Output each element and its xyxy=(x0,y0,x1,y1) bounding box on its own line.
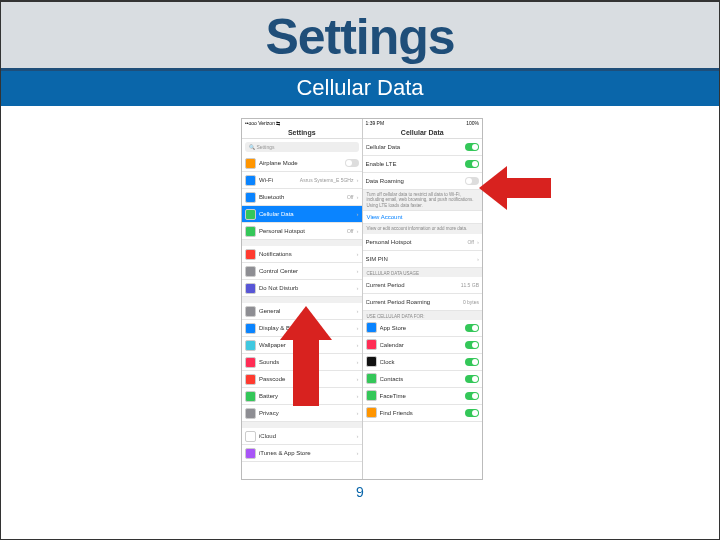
toggle-switch[interactable] xyxy=(465,324,479,332)
list-item-value: Off xyxy=(347,228,354,234)
detail-pane: 1:39 PM 100% Cellular Data Cellular Data… xyxy=(363,119,483,479)
list-item[interactable]: Current Period Roaming0 bytes xyxy=(363,294,483,311)
app-icon xyxy=(366,373,377,384)
search-input[interactable]: 🔍 Settings xyxy=(245,142,359,152)
toggle-switch[interactable] xyxy=(465,392,479,400)
list-item[interactable]: Clock xyxy=(363,354,483,371)
list-item[interactable]: Data Roaming xyxy=(363,173,483,190)
app-icon xyxy=(366,390,377,401)
slide-title: Settings xyxy=(1,8,719,66)
chevron-right-icon: › xyxy=(477,239,479,245)
list-item-value: Off xyxy=(347,194,354,200)
list-item[interactable]: Contacts xyxy=(363,371,483,388)
list-item[interactable]: Do Not Disturb› xyxy=(242,280,362,297)
list-item-value: 11.5 GB xyxy=(461,282,479,288)
list-item[interactable]: Notifications› xyxy=(242,246,362,263)
toggle-switch[interactable] xyxy=(465,358,479,366)
chevron-right-icon: › xyxy=(357,410,359,416)
list-item-label: Find Friends xyxy=(380,410,463,416)
battery-label: 100% xyxy=(466,120,479,126)
toggle-switch[interactable] xyxy=(465,341,479,349)
toggle-switch[interactable] xyxy=(465,160,479,168)
toggle-switch[interactable] xyxy=(465,177,479,185)
app-icon xyxy=(245,391,256,402)
list-item[interactable]: Cellular Data› xyxy=(242,206,362,223)
arrow-up-icon xyxy=(280,306,332,340)
app-icon xyxy=(245,192,256,203)
list-item[interactable]: Airplane Mode xyxy=(242,155,362,172)
app-icon xyxy=(366,322,377,333)
chevron-right-icon: › xyxy=(357,450,359,456)
detail-title: Cellular Data xyxy=(363,127,483,139)
app-icon xyxy=(245,448,256,459)
time-label: 1:39 PM xyxy=(366,120,385,126)
chevron-right-icon: › xyxy=(357,393,359,399)
list-item-label: iCloud xyxy=(259,433,354,439)
list-item-label: Personal Hotspot xyxy=(259,228,344,234)
list-item[interactable]: App Store xyxy=(363,320,483,337)
detail-scroll[interactable]: Cellular DataEnable LTEData Roaming Turn… xyxy=(363,139,483,479)
list-item[interactable]: Personal HotspotOff› xyxy=(242,223,362,240)
list-item-label: Contacts xyxy=(380,376,463,382)
arrow-up-shaft xyxy=(293,336,319,406)
list-item[interactable]: BluetoothOff› xyxy=(242,189,362,206)
list-item-label: Personal Hotspot xyxy=(366,239,465,245)
chevron-right-icon: › xyxy=(357,308,359,314)
list-item-label: Data Roaming xyxy=(366,178,463,184)
list-item[interactable]: Current Period11.5 GB xyxy=(363,277,483,294)
list-item-label: Notifications xyxy=(259,251,354,257)
view-account-link[interactable]: View Account xyxy=(363,210,483,224)
chevron-right-icon: › xyxy=(357,376,359,382)
list-item-label: App Store xyxy=(380,325,463,331)
list-item[interactable]: Personal HotspotOff› xyxy=(363,234,483,251)
list-item[interactable]: Control Center› xyxy=(242,263,362,280)
slide: Settings Cellular Data ••ooo Verizon ⇆ S… xyxy=(0,0,720,540)
list-item-label: Privacy xyxy=(259,410,354,416)
chevron-right-icon: › xyxy=(357,268,359,274)
toggle-switch[interactable] xyxy=(465,409,479,417)
chevron-right-icon: › xyxy=(357,211,359,217)
chevron-right-icon: › xyxy=(357,433,359,439)
list-item-label: Clock xyxy=(380,359,463,365)
search-icon: 🔍 xyxy=(249,144,255,150)
arrow-right-shaft xyxy=(501,178,551,198)
chevron-right-icon: › xyxy=(357,177,359,183)
list-item-label: Current Period Roaming xyxy=(366,299,460,305)
title-band: Settings xyxy=(1,1,719,71)
list-item[interactable]: iCloud› xyxy=(242,428,362,445)
chevron-right-icon: › xyxy=(357,342,359,348)
list-item[interactable]: SIM PIN› xyxy=(363,251,483,268)
list-item[interactable]: Find Friends xyxy=(363,405,483,422)
app-icon xyxy=(366,356,377,367)
list-item-label: Do Not Disturb xyxy=(259,285,354,291)
list-item[interactable]: FaceTime xyxy=(363,388,483,405)
chevron-right-icon: › xyxy=(357,285,359,291)
app-icon xyxy=(245,408,256,419)
app-icon xyxy=(245,340,256,351)
sidebar-title: Settings xyxy=(242,127,362,139)
toggle-switch[interactable] xyxy=(465,375,479,383)
list-item-value: 0 bytes xyxy=(463,299,479,305)
list-item-label: Cellular Data xyxy=(259,211,354,217)
list-item-label: Cellular Data xyxy=(366,144,463,150)
list-item[interactable]: Wi-FiAsrus Systems_E 5GHz› xyxy=(242,172,362,189)
list-item-label: Control Center xyxy=(259,268,354,274)
settings-sidebar: ••ooo Verizon ⇆ Settings 🔍 Settings Airp… xyxy=(242,119,363,479)
toggle-switch[interactable] xyxy=(465,143,479,151)
list-item[interactable]: Enable LTE xyxy=(363,156,483,173)
list-item[interactable]: Calendar xyxy=(363,337,483,354)
chevron-right-icon: › xyxy=(357,251,359,257)
list-item-label: Enable LTE xyxy=(366,161,463,167)
list-item[interactable]: iTunes & App Store› xyxy=(242,445,362,462)
app-icon xyxy=(245,226,256,237)
page-number: 9 xyxy=(1,484,719,500)
status-bar-right: 1:39 PM 100% xyxy=(363,119,483,127)
list-item-label: Calendar xyxy=(380,342,463,348)
toggle-switch[interactable] xyxy=(345,159,359,167)
list-item[interactable]: Cellular Data xyxy=(363,139,483,156)
cellular-note: Turn off cellular data to restrict all d… xyxy=(363,190,483,210)
list-item[interactable]: Privacy› xyxy=(242,405,362,422)
list-item-value: Off xyxy=(467,239,474,245)
apps-header: USE CELLULAR DATA FOR: xyxy=(363,311,483,320)
carrier-label: ••ooo Verizon ⇆ xyxy=(245,120,280,126)
